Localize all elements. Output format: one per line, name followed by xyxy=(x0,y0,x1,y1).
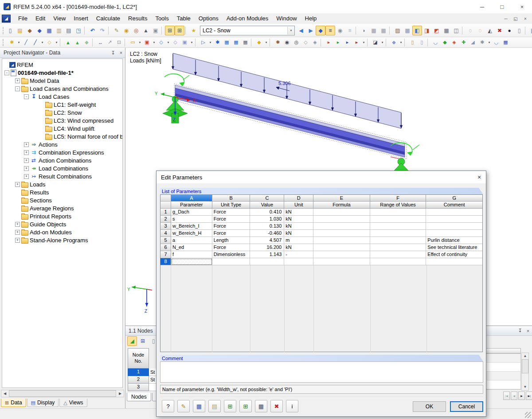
table-insert-row-button[interactable]: ⊞ xyxy=(138,336,148,346)
unit-cell[interactable]: kN xyxy=(284,216,313,223)
tree-item-actions[interactable]: + Actions xyxy=(2,140,122,148)
isometric-view-button[interactable]: ◪ xyxy=(371,38,380,47)
copy-dropdown[interactable]: ▾ xyxy=(189,38,194,47)
import-excel-button[interactable]: ⊞ xyxy=(224,400,236,412)
close-icon[interactable]: × xyxy=(117,50,125,55)
column-name-header[interactable]: Unit Type xyxy=(212,202,250,209)
tree-expander[interactable]: + xyxy=(15,230,20,235)
insert-node-button[interactable]: ✱ xyxy=(7,38,16,47)
tree-item-rfem[interactable]: RFEM xyxy=(2,61,122,69)
tree-expander[interactable]: + xyxy=(24,174,29,179)
parameter-cell[interactable]: f xyxy=(171,251,212,258)
view-z-button[interactable]: ▸ xyxy=(343,38,352,47)
tree-item-loads[interactable]: + Loads xyxy=(2,180,122,188)
tab-nodes[interactable]: Nodes xyxy=(127,393,151,401)
tables-toggle-button[interactable]: ⊞ xyxy=(175,26,184,35)
column-letter-header[interactable]: B xyxy=(212,195,250,202)
generate-frame-button[interactable]: ▦ xyxy=(222,38,231,47)
pin-icon[interactable]: ↧ xyxy=(109,50,117,56)
formula-cell[interactable] xyxy=(313,251,370,258)
column-name-header[interactable]: Unit xyxy=(284,202,313,209)
calculator-button[interactable]: ▦ xyxy=(255,400,267,412)
print-button[interactable]: ▤ xyxy=(64,26,74,35)
menu-item[interactable]: File xyxy=(14,13,31,24)
row-number-cell[interactable]: 4 xyxy=(160,230,171,237)
display-properties-dropdown[interactable]: ▾ xyxy=(399,38,403,47)
results-sections-button[interactable]: ◢ xyxy=(468,38,477,47)
export-excel-button[interactable]: ⊞ xyxy=(239,400,252,412)
show-result-values-button[interactable]: ≡ xyxy=(345,26,355,35)
tree-item-model-file[interactable]: - 001649-model-file-1* xyxy=(2,69,122,77)
tree-expander[interactable]: + xyxy=(15,238,20,243)
view-y-button[interactable]: ▸ xyxy=(333,38,343,47)
insert-node-dropdown[interactable]: ▾ xyxy=(16,38,21,47)
edit-frame-button[interactable]: ⊡ xyxy=(114,38,124,47)
tree-item-lc5[interactable]: LC5: Normal force of roof bracing xyxy=(2,132,122,140)
open-project-button[interactable]: ◆ xyxy=(25,26,35,35)
resize-grip[interactable] xyxy=(525,412,531,418)
view-x-button[interactable]: ▸ xyxy=(324,38,333,47)
menu-item[interactable]: Tools xyxy=(151,13,172,24)
new-block-dropdown[interactable]: ▾ xyxy=(137,38,142,47)
results-diagram-button[interactable]: ◡ xyxy=(492,38,501,47)
open-model-button[interactable]: ◆ xyxy=(35,26,44,35)
previous-table-button[interactable]: ◀ xyxy=(511,392,517,400)
range-cell[interactable] xyxy=(370,216,426,223)
clipping-box-button[interactable]: ▯ xyxy=(417,38,426,47)
unit-type-cell[interactable]: Length xyxy=(212,237,250,244)
column-name-header[interactable]: Value xyxy=(250,202,284,209)
value-cell[interactable]: 1.030 xyxy=(250,216,284,223)
tree-item-action-combinations[interactable]: + Action Combinations xyxy=(2,156,122,164)
value-cell[interactable]: -0.460 xyxy=(250,230,284,237)
value-cell[interactable]: 16.200 xyxy=(250,244,284,251)
zoom-region-button[interactable]: ◉ xyxy=(121,26,131,35)
table-settings-button[interactable]: ▦ xyxy=(379,26,388,35)
comment-cell[interactable]: See technical literature xyxy=(426,244,482,251)
control-panel-button[interactable]: ▣ xyxy=(528,26,532,35)
unit-cell[interactable]: kN xyxy=(284,244,313,251)
tree-item-average-regions[interactable]: Average Regions xyxy=(2,204,122,212)
table-graphics-sync-button[interactable]: ◢ xyxy=(127,336,137,346)
row-number-cell[interactable]: 5 xyxy=(160,237,171,244)
new-window-button[interactable]: ▣ xyxy=(151,26,160,35)
last-table-button[interactable]: ▶| xyxy=(526,392,532,400)
maximize-button[interactable]: □ xyxy=(492,0,512,13)
formula-cell[interactable] xyxy=(313,223,370,230)
menu-item[interactable]: Calculate xyxy=(92,13,124,24)
redo-button[interactable]: ↷ xyxy=(98,26,107,35)
display-properties-button[interactable]: ◆ xyxy=(389,38,399,47)
chevron-down-icon[interactable]: ▾ xyxy=(287,27,294,35)
tree-item-lc3[interactable]: LC3: Wind compressed xyxy=(2,116,122,124)
range-cell[interactable] xyxy=(370,237,426,244)
new-load-case-button[interactable]: ★ xyxy=(189,26,199,35)
tree-item-lc1[interactable]: LC1: Self-weight xyxy=(2,101,122,109)
scroll-left-icon[interactable]: ◀ xyxy=(1,392,8,396)
minimize-button[interactable]: ─ xyxy=(472,0,492,13)
value-cell[interactable]: 0.130 xyxy=(250,223,284,230)
range-cell[interactable] xyxy=(370,244,426,251)
results-cube-button[interactable]: ◈ xyxy=(450,38,459,47)
comment-cell[interactable]: Effect of continuity xyxy=(426,251,482,258)
parameter-cell[interactable] xyxy=(171,258,212,265)
clipboard-button[interactable]: ▥ xyxy=(54,26,64,35)
zoom-in-button[interactable]: ◉ xyxy=(282,38,292,47)
comment-cell[interactable] xyxy=(426,216,482,223)
tree-expander[interactable]: - xyxy=(15,86,20,91)
column-letter-header[interactable]: F xyxy=(370,195,426,202)
tree-item-load-cases-and-combinations[interactable]: - Load Cases and Combinations xyxy=(2,85,122,93)
dimension-button[interactable]: ↔ xyxy=(96,38,105,47)
units-button[interactable]: ▯ xyxy=(514,26,524,35)
menu-item[interactable]: Edit xyxy=(31,13,49,24)
close-button[interactable]: × xyxy=(512,0,532,13)
scroll-up-icon[interactable]: ▲ xyxy=(524,353,527,359)
edit-comment-button[interactable]: ✎ xyxy=(177,400,190,412)
show-results-button[interactable]: ◉ xyxy=(335,26,345,35)
info-button[interactable]: ● xyxy=(505,26,514,35)
parameter-cell[interactable]: s xyxy=(171,216,212,223)
copy-button[interactable]: ▣ xyxy=(180,38,189,47)
work-plane-button[interactable]: ◧ xyxy=(412,26,422,35)
menu-item[interactable]: Results xyxy=(124,13,151,24)
results-values-dropdown[interactable]: ▾ xyxy=(487,38,492,47)
column-name-header[interactable]: Parameter xyxy=(171,202,212,209)
show-load-values-button[interactable]: ≡ xyxy=(325,26,335,35)
